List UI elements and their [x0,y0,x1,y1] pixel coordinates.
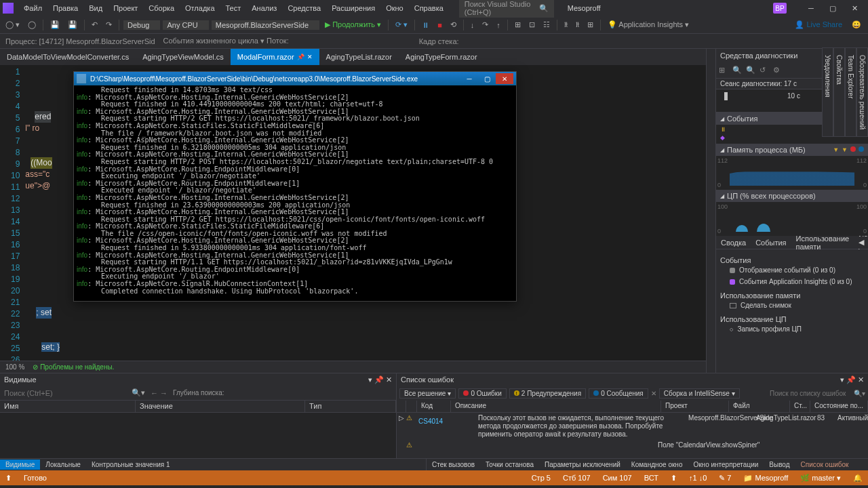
tab-exceptions[interactable]: Параметры исключений [539,460,626,470]
diag-cpu-record[interactable]: ○Запись профиля ЦП [720,323,864,335]
tab-callstack[interactable]: Стек вызовов [427,460,480,470]
menu-debug[interactable]: Отладка [180,3,219,14]
col-value[interactable]: Значение [136,401,305,412]
col-code[interactable]: Код [417,401,451,412]
side-tab-solution[interactable]: Обозреватель решений [856,47,868,137]
status-arrows[interactable]: ↑1 ↓0 [689,474,707,482]
close-button[interactable]: ✕ [844,1,865,15]
tab-agingtypelist[interactable]: AgingTypeList.razor [319,49,399,65]
tab-errorlist[interactable]: Список ошибок [795,460,854,470]
pin-icon[interactable]: 📌 [297,54,304,60]
menu-file[interactable]: Файл [19,3,47,14]
tab-agingtypeform[interactable]: AgingTypeForm.razor [399,49,484,65]
watch-search-input[interactable] [4,389,126,397]
col-desc[interactable]: Описание [451,401,661,412]
diag-select-icon[interactable]: ⊞ [719,66,728,75]
tab-watch1[interactable]: Контрольные значения 1 [86,460,176,470]
status-bell-icon[interactable]: 🔔 [853,474,863,483]
diag-settings-icon[interactable]: ⚙ [773,66,783,75]
global-search-input[interactable]: Поиск Visual Studio (Ctrl+Q)🔍 [459,0,554,18]
tab-visible[interactable]: Видимые [0,460,40,470]
menu-window[interactable]: Окно [381,3,408,14]
col-type[interactable]: Тип [305,401,396,412]
tab-datamodel[interactable]: DataModelToViewModelConverter.cs [0,49,136,65]
pause-button[interactable]: ⏸ [419,20,432,30]
console-minimize[interactable]: ─ [460,73,478,84]
step-out-button[interactable]: ↑ [494,20,503,30]
maximize-button[interactable]: ▢ [822,1,844,15]
side-tab-props[interactable]: Свойства [833,47,845,137]
col-name[interactable]: Имя [0,401,136,412]
diag-zoom-in-icon[interactable]: 🔍 [732,66,742,75]
menu-test[interactable]: Тест [221,3,246,14]
panel-controls[interactable]: ▾ 📌 ✕ [840,375,864,384]
cpu-group[interactable]: ЦП (% всех процессоров) [716,190,868,202]
errors-search-input[interactable] [770,390,851,397]
error-code-link[interactable]: CS4014 [417,414,478,439]
issues-indicator[interactable]: ⊘ Проблемы не найдены. [33,363,114,371]
menu-project[interactable]: Проект [108,3,142,14]
zoom-level[interactable]: 100 % [5,363,24,371]
startup-dropdown[interactable]: Mesoproff.BlazorServerSide [212,20,319,30]
tab-agingtypevm[interactable]: AgingTypeViewModel.cs [136,49,231,65]
warnings-filter[interactable]: !2 Предупреждения [509,388,586,399]
undo-button[interactable]: ↶ [89,19,100,30]
step-into-button[interactable]: ↓ [468,20,477,30]
side-tab-team[interactable]: Team Explorer [845,47,856,137]
console-maximize[interactable]: ▢ [478,73,496,84]
diag-events-insights[interactable]: События Application Insights (0 из 0) [720,276,864,287]
console-output[interactable]: Request finished in 14.8703ms 304 text/c… [74,85,516,302]
col-project[interactable]: Проект [661,401,729,412]
nav-fwd-button[interactable]: ◯ [25,19,39,30]
liveshare-button[interactable]: 👤 Live Share [795,20,849,29]
refresh-icon[interactable]: ⟳ ▾ [393,19,410,30]
menu-analyze[interactable]: Анализ [247,3,281,14]
diag-events-show[interactable]: Отображение событий (0 из 0) [720,264,864,276]
menu-view[interactable]: Вид [84,3,107,14]
redo-button[interactable]: ↷ [103,19,115,30]
diag-reset-icon[interactable]: ↺ [760,66,769,75]
status-changes[interactable]: ✎ 7 [719,474,731,483]
errors-filter[interactable]: 0 Ошибки [458,388,506,399]
col-file[interactable]: Файл [729,401,790,412]
diag-tab-events[interactable]: События [751,237,791,248]
memory-group[interactable]: Память процесса (МБ)▼▼ [716,144,868,156]
stackframe-label[interactable]: Кадр стека: [419,37,459,45]
stop-button[interactable]: ■ [435,20,445,30]
toolbar-icon[interactable]: ⊡ [526,19,538,30]
tab-output[interactable]: Вывод [764,460,795,470]
menu-extensions[interactable]: Расширения [327,3,380,14]
tab-modalform[interactable]: ModalForm.razor 📌 ✕ [231,49,319,65]
toolbar-icon[interactable]: ₶ [561,19,570,30]
diag-zoom-out-icon[interactable]: 🔍 [746,66,755,75]
expand-icon[interactable]: ▷ [397,414,406,439]
step-over-button[interactable]: ↷ [479,19,491,30]
tab-immediate[interactable]: Окно интерпретации [688,460,764,470]
diag-tab-summary[interactable]: Сводка [716,237,751,248]
menu-tools[interactable]: Средства [283,3,326,14]
error-row[interactable]: ▷ ⚠ CS4014 Поскольку этот вызов не ожида… [397,413,868,440]
search-icon[interactable]: 🔍▾ [132,388,145,397]
toolbar-icon[interactable]: ⊞ [512,19,524,30]
platform-dropdown[interactable]: Any CPU [163,20,208,30]
restart-button[interactable]: ⟲ [448,19,459,30]
menu-help[interactable]: Справка [410,3,448,14]
menu-edit[interactable]: Правка [48,3,83,14]
panel-controls[interactable]: ▾ 📌 ✕ [368,375,392,384]
console-close[interactable]: ✕ [496,73,513,84]
diag-snapshot[interactable]: Сделать снимок [720,300,864,311]
build-filter[interactable]: Сборка и IntelliSense ▾ [659,388,740,399]
menu-build[interactable]: Сборка [144,3,179,14]
lifecycle-label[interactable]: События жизненного цикла ▾ Поток: [163,37,289,45]
config-dropdown[interactable]: Debug [123,20,160,30]
tab-command[interactable]: Командное окно [626,460,688,470]
minimize-button[interactable]: ─ [800,1,822,15]
toolbar-icon[interactable]: ☷ [540,19,553,30]
side-tab-notif[interactable]: Уведомления [822,47,833,137]
save-all-button[interactable]: 💾 [65,19,80,30]
status-repo[interactable]: 📁 Mesoproff [743,474,788,483]
scope-dropdown[interactable]: Все решение ▾ [399,388,456,399]
app-insights-button[interactable]: 💡 Application Insights ▾ [605,19,692,30]
toolbar-icon[interactable]: ⊞ [585,19,596,30]
status-publish[interactable]: ⬆ [671,474,677,483]
